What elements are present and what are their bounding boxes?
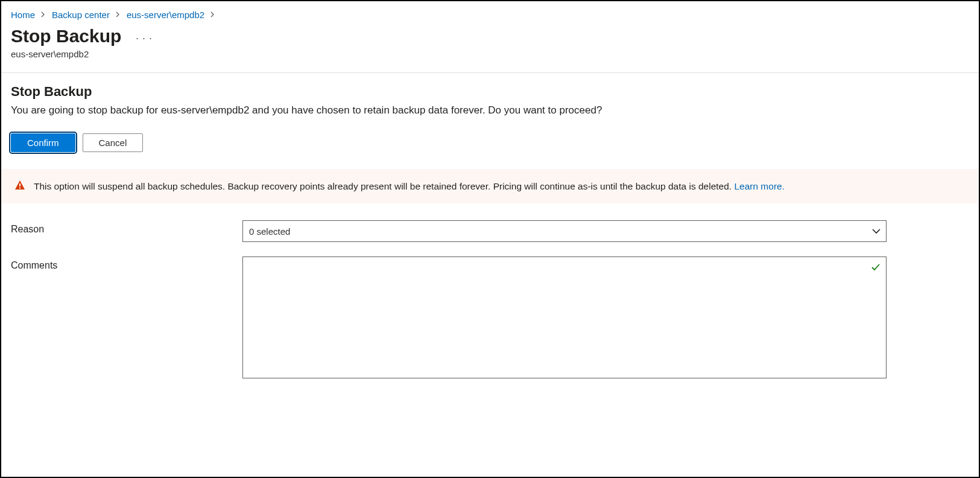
reason-dropdown[interactable]: 0 selected: [242, 220, 887, 242]
breadcrumb: Home Backup center eus-server\empdb2: [1, 1, 979, 26]
chevron-right-icon: [40, 11, 47, 19]
reason-label: Reason: [11, 220, 242, 235]
breadcrumb-resource[interactable]: eus-server\empdb2: [127, 10, 204, 20]
chevron-right-icon: [115, 11, 122, 19]
main-content: Stop Backup You are going to stop backup…: [1, 73, 979, 406]
info-banner-message: This option will suspend all backup sche…: [34, 181, 734, 191]
confirm-button[interactable]: Confirm: [11, 133, 75, 152]
chevron-right-icon: [209, 11, 217, 19]
page-subtitle: eus-server\empdb2: [11, 49, 969, 59]
info-banner: This option will suspend all backup sche…: [1, 169, 979, 203]
breadcrumb-backup-center[interactable]: Backup center: [52, 10, 110, 20]
info-banner-text: This option will suspend all backup sche…: [34, 181, 785, 192]
page-header: Stop Backup · · · eus-server\empdb2: [1, 26, 979, 68]
warning-icon: [14, 180, 25, 193]
confirm-text: You are going to stop backup for eus-ser…: [11, 104, 969, 116]
reason-value: 0 selected: [249, 226, 290, 237]
breadcrumb-home[interactable]: Home: [11, 10, 35, 20]
svg-rect-1: [19, 188, 21, 189]
page-title: Stop Backup: [11, 26, 121, 46]
comments-label: Comments: [11, 257, 242, 271]
learn-more-link[interactable]: Learn more.: [734, 181, 785, 191]
comments-textarea[interactable]: [242, 257, 887, 378]
section-heading: Stop Backup: [11, 84, 969, 100]
action-buttons: Confirm Cancel: [11, 133, 969, 152]
more-options-button[interactable]: · · ·: [136, 28, 152, 44]
reason-row: Reason 0 selected: [11, 220, 969, 242]
cancel-button[interactable]: Cancel: [83, 133, 144, 152]
svg-rect-0: [19, 183, 21, 186]
comments-row: Comments: [11, 257, 969, 380]
